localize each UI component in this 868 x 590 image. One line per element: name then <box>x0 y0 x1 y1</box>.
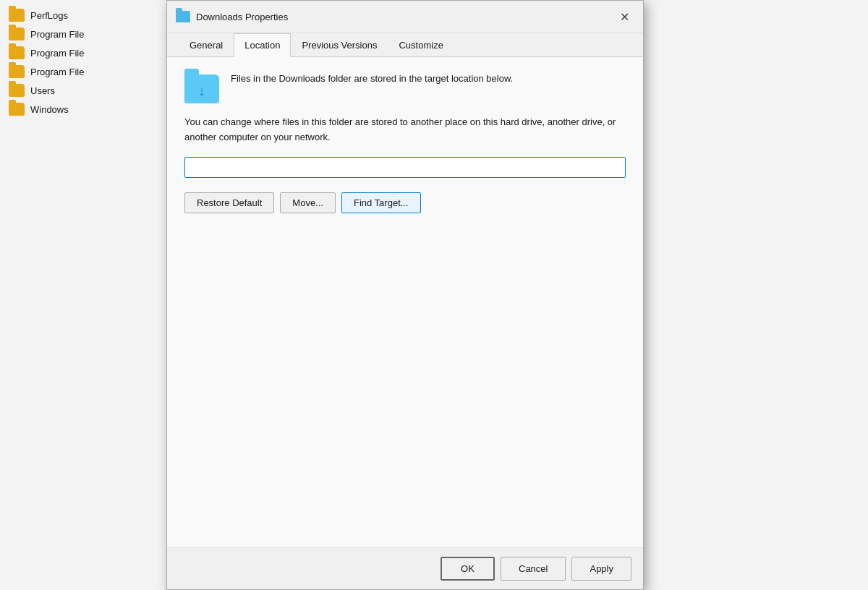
folder-icon <box>9 9 25 22</box>
dialog-content: Files in the Downloads folder are stored… <box>167 57 643 547</box>
bg-left-panel: PerfLogs Program File Program File Progr… <box>0 0 170 590</box>
tab-general[interactable]: General <box>179 33 234 57</box>
location-input[interactable] <box>184 157 626 178</box>
tab-customize[interactable]: Customize <box>388 33 454 57</box>
info-text: Files in the Downloads folder are stored… <box>231 72 513 86</box>
tab-location[interactable]: Location <box>234 33 291 57</box>
bg-item-perflogs: PerfLogs <box>0 6 169 25</box>
change-description-text: You can change where files in this folde… <box>184 115 626 145</box>
folder-icon <box>9 103 25 116</box>
bg-item-programfiles1: Program File <box>0 25 169 43</box>
folder-icon <box>9 46 25 59</box>
folder-icon <box>9 65 25 78</box>
restore-default-button[interactable]: Restore Default <box>184 192 274 213</box>
downloads-folder-icon <box>184 74 219 103</box>
close-button[interactable]: ✕ <box>614 7 634 27</box>
tabs-bar: General Location Previous Versions Custo… <box>167 33 643 57</box>
bg-item-programfiles3: Program File <box>0 62 169 81</box>
find-target-button[interactable]: Find Target... <box>341 192 421 213</box>
folder-icon <box>9 84 25 97</box>
bg-item-windows: Windows <box>0 100 169 119</box>
cancel-button[interactable]: Cancel <box>501 557 566 581</box>
tab-previous-versions[interactable]: Previous Versions <box>291 33 388 57</box>
properties-dialog: Downloads Properties ✕ General Location … <box>166 0 644 590</box>
title-bar: Downloads Properties ✕ <box>167 1 643 33</box>
bg-item-users: Users <box>0 81 169 100</box>
dialog-title: Downloads Properties <box>196 12 608 22</box>
dialog-folder-icon <box>176 11 190 22</box>
action-buttons: Restore Default Move... Find Target... <box>184 192 626 213</box>
apply-button[interactable]: Apply <box>571 557 631 581</box>
bg-item-programfiles2: Program File <box>0 43 169 62</box>
info-row: Files in the Downloads folder are stored… <box>184 72 626 103</box>
dialog-footer: OK Cancel Apply <box>167 547 643 589</box>
ok-button[interactable]: OK <box>441 557 495 581</box>
folder-icon <box>9 27 25 40</box>
move-button[interactable]: Move... <box>280 192 336 213</box>
